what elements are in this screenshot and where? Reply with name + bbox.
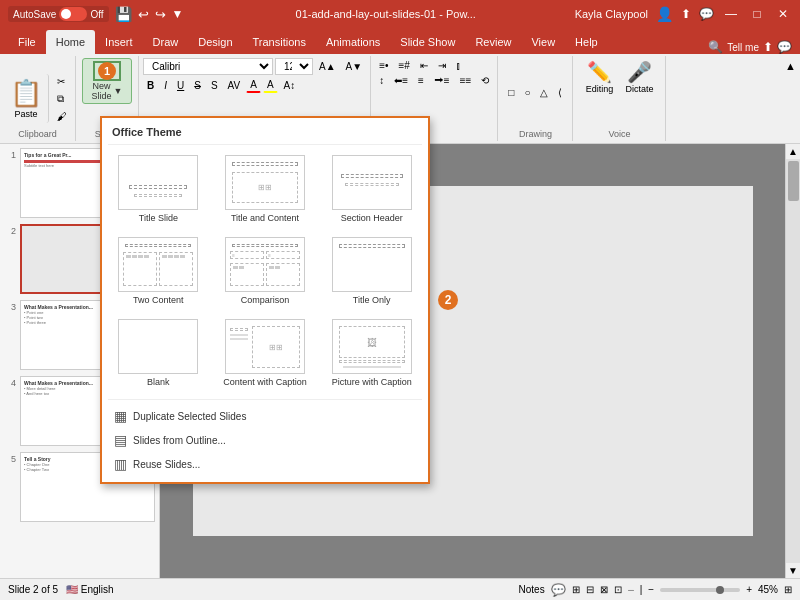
minimize-button[interactable]: —	[722, 5, 740, 23]
vertical-scrollbar[interactable]: ▲ ▼	[785, 144, 800, 578]
reuse-label: Reuse Slides...	[133, 459, 200, 470]
maximize-button[interactable]: □	[748, 5, 766, 23]
layout-item-blank[interactable]: Blank	[108, 315, 209, 391]
comments-status-icon[interactable]: 💬	[551, 583, 566, 597]
tab-animations[interactable]: Animations	[316, 30, 390, 54]
share-ribbon-icon[interactable]: ⬆	[763, 40, 773, 54]
strikethrough-button[interactable]: S	[190, 78, 205, 93]
autosave-badge[interactable]: AutoSave Off	[8, 6, 109, 22]
tab-insert[interactable]: Insert	[95, 30, 143, 54]
comments-ribbon-icon[interactable]: 💬	[777, 40, 792, 54]
charspacing-button[interactable]: AV	[224, 78, 245, 93]
italic-button[interactable]: I	[160, 78, 171, 93]
layout-item-title-slide[interactable]: Title Slide	[108, 151, 209, 227]
reuse-slides-action[interactable]: ▥ Reuse Slides...	[108, 452, 422, 476]
text-direction2-button[interactable]: ⟲	[477, 73, 493, 88]
cut-button[interactable]: ✂	[53, 74, 71, 89]
shape3-button[interactable]: △	[536, 85, 552, 100]
zoom-slider[interactable]	[660, 588, 740, 592]
tab-slideshow[interactable]: Slide Show	[390, 30, 465, 54]
view-normal-icon[interactable]: ⊞	[572, 584, 580, 595]
shape2-button[interactable]: ○	[520, 85, 534, 100]
layout-item-content-caption[interactable]: ⊞⊞ Content with Caption	[215, 315, 316, 391]
justify-button[interactable]: ≡≡	[456, 73, 476, 88]
align-right-button[interactable]: ⮕≡	[430, 73, 454, 88]
tab-help[interactable]: Help	[565, 30, 608, 54]
view-reading-icon[interactable]: ⊡	[614, 584, 622, 595]
tab-transitions[interactable]: Transitions	[243, 30, 316, 54]
tab-review[interactable]: Review	[465, 30, 521, 54]
zoom-level[interactable]: 45%	[758, 584, 778, 595]
duplicate-slides-action[interactable]: ▦ Duplicate Selected Slides	[108, 404, 422, 428]
paste-button[interactable]: 📋 Paste	[4, 74, 49, 123]
bullets-button[interactable]: ≡•	[375, 58, 392, 73]
editing-button[interactable]: ✏️ Editing	[581, 58, 617, 96]
bold-button[interactable]: B	[143, 78, 158, 93]
underline-button[interactable]: U	[173, 78, 188, 93]
slides-from-outline-action[interactable]: ▤ Slides from Outline...	[108, 428, 422, 452]
font-color-button[interactable]: A	[246, 77, 261, 93]
tab-file[interactable]: File	[8, 30, 46, 54]
line-spacing-button[interactable]: ↕	[375, 73, 388, 88]
font-family-selector[interactable]: Calibri	[143, 58, 273, 75]
columns-button[interactable]: ⫿	[452, 58, 465, 73]
align-left-button[interactable]: ⬅≡	[390, 73, 412, 88]
increase-indent-button[interactable]: ⇥	[434, 58, 450, 73]
copy-button[interactable]: ⧉	[53, 91, 71, 107]
layout-thumb-blank	[118, 319, 198, 374]
notes-button[interactable]: Notes	[519, 584, 545, 595]
outline-icon: ▤	[114, 432, 127, 448]
slide-count-label: Slide 2 of 5	[8, 584, 58, 595]
zoom-thumb	[716, 586, 724, 594]
decrease-font-button[interactable]: A▼	[342, 59, 367, 74]
layout-thumb-section-header	[332, 155, 412, 210]
format-painter-button[interactable]: 🖌	[53, 109, 71, 124]
undo-icon[interactable]: ↩	[138, 7, 149, 22]
dictate-button[interactable]: 🎤 Dictate	[621, 58, 657, 96]
comment-icon[interactable]: 💬	[699, 7, 714, 21]
shadow-button[interactable]: S	[207, 78, 222, 93]
autosave-toggle[interactable]	[59, 7, 87, 21]
view-slide-sorter-icon[interactable]: ⊠	[600, 584, 608, 595]
share-icon[interactable]: ⬆	[681, 7, 691, 21]
new-slide-button[interactable]: 1 New Slide ▼	[82, 58, 132, 104]
view-presenter-icon[interactable]: ⏤	[628, 584, 634, 595]
scroll-down-arrow[interactable]: ▼	[786, 563, 800, 578]
text-direction-button[interactable]: A↕	[280, 78, 300, 93]
search-label[interactable]: Tell me	[727, 42, 759, 53]
layout-item-picture-caption[interactable]: 🖼 Picture with Caption	[321, 315, 422, 391]
layout-item-two-content[interactable]: Two Content	[108, 233, 209, 309]
tab-design[interactable]: Design	[188, 30, 242, 54]
layout-item-section-header[interactable]: Section Header	[321, 151, 422, 227]
shape4-button[interactable]: ⟨	[554, 85, 566, 100]
save-icon[interactable]: 💾	[115, 6, 132, 22]
title-bar-center: 01-add-and-lay-out-slides-01 - Pow...	[197, 8, 575, 20]
layout-item-title-content[interactable]: ⊞⊞ Title and Content	[215, 151, 316, 227]
account-icon[interactable]: 👤	[656, 6, 673, 22]
scroll-thumb[interactable]	[788, 161, 799, 201]
shape1-button[interactable]: □	[504, 85, 518, 100]
tab-draw[interactable]: Draw	[143, 30, 189, 54]
layout-thumb-comparison: ≡ ≡	[225, 237, 305, 292]
redo-icon[interactable]: ↪	[155, 7, 166, 22]
more-tools-icon[interactable]: ▼	[172, 7, 184, 21]
scroll-track[interactable]	[786, 159, 800, 563]
numbering-button[interactable]: ≡#	[395, 58, 414, 73]
tab-home[interactable]: Home	[46, 30, 95, 54]
zoom-out-button[interactable]: −	[648, 584, 654, 595]
fit-slide-button[interactable]: ⊞	[784, 584, 792, 595]
new-slide-dropdown-arrow[interactable]: ▼	[114, 86, 123, 96]
layout-item-title-only[interactable]: Title Only	[321, 233, 422, 309]
view-outline-icon[interactable]: ⊟	[586, 584, 594, 595]
zoom-in-button[interactable]: +	[746, 584, 752, 595]
align-center-button[interactable]: ≡	[414, 73, 428, 88]
close-button[interactable]: ✕	[774, 5, 792, 23]
decrease-indent-button[interactable]: ⇤	[416, 58, 432, 73]
tab-view[interactable]: View	[521, 30, 565, 54]
highlight-button[interactable]: A	[263, 77, 278, 93]
increase-font-button[interactable]: A▲	[315, 59, 340, 74]
scroll-up-arrow[interactable]: ▲	[786, 144, 800, 159]
layout-item-comparison[interactable]: ≡ ≡ Comparison	[215, 233, 316, 309]
ribbon-collapse-button[interactable]: ▲	[781, 56, 800, 141]
font-size-selector[interactable]: 12	[275, 58, 313, 75]
